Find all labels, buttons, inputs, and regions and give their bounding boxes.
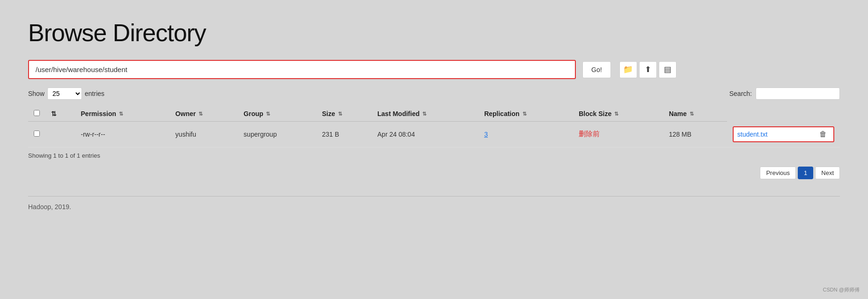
sort-icon-owner: ⇅ xyxy=(199,111,203,117)
sort-icon-replication: ⇅ xyxy=(522,111,527,117)
block-size-col-label: Block Size xyxy=(579,110,611,117)
page-title: Browse Directory xyxy=(28,19,840,47)
size-col-label: Size xyxy=(322,110,335,117)
sort-icon-blocksize: ⇅ xyxy=(614,111,618,117)
th-size[interactable]: Size ⇅ xyxy=(316,106,372,122)
table-row: -rw-r--r-- yushifu supergroup 231 B Apr … xyxy=(28,122,840,147)
blocksize-value: 128 MB xyxy=(669,131,691,138)
size-value: 231 B xyxy=(322,131,339,138)
row-checkbox-cell xyxy=(28,122,45,147)
sort-icon-size: ⇅ xyxy=(338,111,342,117)
show-left: Show 10 25 50 100 entries xyxy=(28,88,104,100)
upload-icon: ⬆ xyxy=(645,65,651,74)
name-cell-wrapper: student.txt 🗑 xyxy=(733,126,834,142)
name-col-label: Name xyxy=(669,110,687,117)
row-group-cell: supergroup xyxy=(238,122,316,147)
th-last-modified[interactable]: Last Modified ⇅ xyxy=(372,106,478,122)
th-permission[interactable]: Permission ⇅ xyxy=(75,106,170,122)
path-bar-row: Go! 📁 ⬆ ▤ xyxy=(28,60,840,79)
row-lastmod-cell: Apr 24 08:04 xyxy=(372,122,478,147)
footer-text: Hadoop, 2019. xyxy=(28,203,71,211)
upload-icon-button[interactable]: ⬆ xyxy=(639,61,657,78)
row-icon-cell xyxy=(45,122,75,147)
footer: Hadoop, 2019. xyxy=(28,196,840,211)
page-1-button[interactable]: 1 xyxy=(798,167,813,179)
folder-icon-button[interactable]: 📁 xyxy=(619,61,637,78)
lastmod-value: Apr 24 08:04 xyxy=(377,131,415,138)
icon-buttons: 📁 ⬆ ▤ xyxy=(619,61,677,78)
select-all-checkbox[interactable] xyxy=(34,110,40,116)
row-replication-cell: 3 xyxy=(478,122,573,147)
watermark: CSDN @师师傅 xyxy=(823,286,860,293)
path-input-box xyxy=(28,60,576,79)
group-col-label: Group xyxy=(243,110,263,117)
th-owner[interactable]: Owner ⇅ xyxy=(170,106,238,122)
permission-col-label: Permission xyxy=(81,110,116,117)
list-icon-button[interactable]: ▤ xyxy=(659,61,677,78)
directory-table: ⇅ Permission ⇅ Owner ⇅ xyxy=(28,106,840,147)
search-row: Search: xyxy=(729,88,840,100)
row-permission-cell: -rw-r--r-- xyxy=(75,122,170,147)
th-replication[interactable]: Replication ⇅ xyxy=(478,106,573,122)
th-block-size[interactable]: Block Size ⇅ xyxy=(573,106,663,122)
page-container: Browse Directory Go! 📁 ⬆ ▤ Show 10 25 50 xyxy=(0,0,868,225)
row-annotation-cell: 删除前 xyxy=(573,122,663,147)
folder-icon: 📁 xyxy=(623,65,633,74)
owner-value: yushifu xyxy=(176,131,196,138)
path-input[interactable] xyxy=(29,61,575,78)
replication-link[interactable]: 3 xyxy=(484,131,488,138)
list-icon: ▤ xyxy=(664,65,671,74)
go-button[interactable]: Go! xyxy=(582,61,611,78)
delete-button[interactable]: 🗑 xyxy=(817,129,830,139)
last-modified-col-label: Last Modified xyxy=(377,110,419,117)
sort-icon-permission: ⇅ xyxy=(119,111,123,117)
sort-icon-group: ⇅ xyxy=(266,111,270,117)
sort-icon-lastmod: ⇅ xyxy=(422,111,427,117)
sort-icon-1: ⇅ xyxy=(51,110,57,117)
permission-value: -rw-r--r-- xyxy=(81,131,105,138)
annotation-text: 删除前 xyxy=(579,130,600,138)
th-checkbox xyxy=(28,106,45,122)
row-owner-cell: yushifu xyxy=(170,122,238,147)
search-input[interactable] xyxy=(756,88,840,100)
showing-entries-text: Showing 1 to 1 of 1 entries xyxy=(28,152,840,159)
entries-label: entries xyxy=(85,90,104,97)
pagination-row: Previous 1 Next xyxy=(28,167,840,179)
row-size-cell: 231 B xyxy=(316,122,372,147)
th-name[interactable]: Name ⇅ xyxy=(663,106,727,122)
row-checkbox[interactable] xyxy=(34,131,40,137)
file-name-link[interactable]: student.txt xyxy=(737,131,768,138)
entries-select[interactable]: 10 25 50 100 xyxy=(47,88,82,100)
th-sort[interactable]: ⇅ xyxy=(45,106,75,122)
trash-icon: 🗑 xyxy=(819,130,827,138)
replication-col-label: Replication xyxy=(484,110,519,117)
next-button[interactable]: Next xyxy=(815,167,840,179)
search-label: Search: xyxy=(729,90,752,97)
row-blocksize-cell: 128 MB xyxy=(663,122,727,147)
show-label: Show xyxy=(28,90,44,97)
th-group[interactable]: Group ⇅ xyxy=(238,106,316,122)
previous-button[interactable]: Previous xyxy=(760,167,796,179)
owner-col-label: Owner xyxy=(176,110,196,117)
show-entries-row: Show 10 25 50 100 entries Search: xyxy=(28,88,840,100)
sort-icon-name: ⇅ xyxy=(690,111,694,117)
row-name-cell: student.txt 🗑 xyxy=(727,122,840,147)
group-value: supergroup xyxy=(243,131,277,138)
